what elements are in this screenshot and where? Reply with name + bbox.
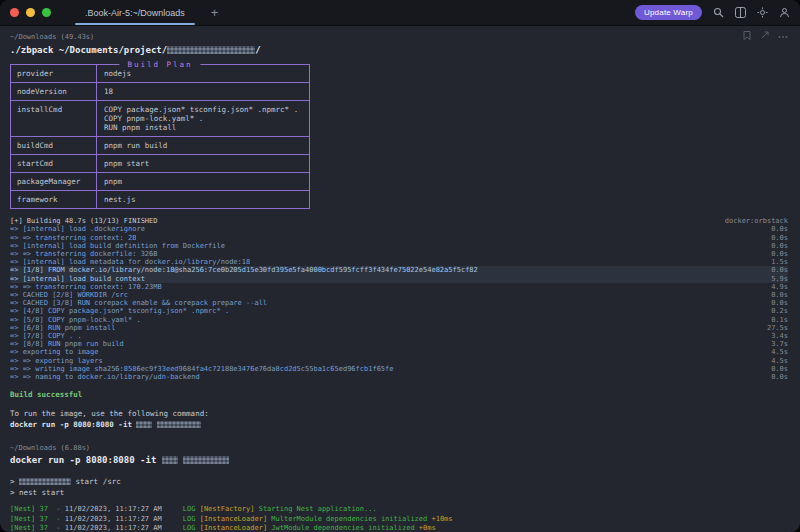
plan-value: 18 <box>97 83 309 100</box>
terminal-tab[interactable]: .Book-Air-5:~/Downloads <box>67 0 203 26</box>
block1-context-row: ~/Downloads (49.43s) <box>10 31 788 42</box>
search-icon[interactable] <box>713 7 724 18</box>
plan-value: nest.js <box>97 191 309 208</box>
docker-step: => => writing image sha256:8586ec9f33eed… <box>10 365 788 373</box>
table-row: framework nest.js <box>11 190 309 208</box>
docker-step: => [7/8] COPY . .3.4s <box>10 332 788 340</box>
docker-step: => [6/8] RUN pnpm install27.5s <box>10 324 788 332</box>
docker-step: => [internal] load .dockerignore0.0s <box>10 225 788 233</box>
plan-key: installCmd <box>11 101 97 136</box>
build-finished-text: [+] Building 48.7s (13/13) FINISHED <box>10 217 158 225</box>
block2-context: ~/Downloads (6.88s) <box>10 444 788 452</box>
docker-step: => => exporting layers4.5s <box>10 357 788 365</box>
docker-step: => [8/8] RUN pnpm run build3.7s <box>10 340 788 348</box>
plan-key: nodeVersion <box>11 83 97 100</box>
build-successful-message: Build successful <box>10 390 788 399</box>
share-icon[interactable] <box>760 31 769 42</box>
plan-key: startCmd <box>11 155 97 172</box>
nest-start-line: > nest start <box>10 488 788 497</box>
docker-step: => => naming to docker.io/library/udn-ba… <box>10 373 788 381</box>
docker-run-command-line: docker run -p 8080:8080 -it <box>10 455 788 465</box>
redacted-image-name <box>183 456 229 464</box>
plan-key: packageManager <box>11 173 97 190</box>
table-row: installCmd COPY package.json* tsconfig.j… <box>11 100 309 136</box>
bookmark-icon[interactable] <box>743 31 751 42</box>
docker-step: => [1/8] FROM docker.io/library/node:18@… <box>10 266 788 274</box>
block-action-icons <box>743 31 788 42</box>
run-image-hint: To run the image, use the following comm… <box>10 409 788 418</box>
redacted-arg <box>162 456 178 464</box>
redacted-image-name <box>157 421 201 428</box>
table-row: buildCmd pnpm run build <box>11 136 309 154</box>
split-pane-icon[interactable] <box>735 7 746 18</box>
settings-gear-icon[interactable] <box>757 7 768 18</box>
redacted-arg <box>136 421 152 428</box>
redacted-package-name <box>19 478 71 485</box>
new-tab-button[interactable]: + <box>211 6 219 19</box>
docker-step: => [internal] load metadata for docker.i… <box>10 258 788 266</box>
table-row: packageManager pnpm <box>11 172 309 190</box>
docker-step: => => transferring context: 170.23MB4.9s <box>10 283 788 291</box>
window-controls <box>10 8 51 17</box>
zbpack-command-line: ./zbpack ~/Documents/project// <box>10 45 788 55</box>
more-options-icon[interactable] <box>778 33 788 41</box>
docker-step: => [5/8] COPY pnpm-lock.yaml* .0.1s <box>10 316 788 324</box>
docker-step: => CACHED [2/8] WORKDIR /src0.0s <box>10 291 788 299</box>
command-program: ./zbpack <box>10 45 53 55</box>
tab-title: .Book-Air-5:~/Downloads <box>85 8 185 18</box>
docker-step: => => transferring context: 2B0.0s <box>10 234 788 242</box>
table-row: nodeVersion 18 <box>11 82 309 100</box>
plan-key: provider <box>11 65 97 82</box>
command-path-suffix: / <box>255 45 260 55</box>
docker-context-label: docker:orbstack <box>725 217 788 225</box>
nest-log-line: [Nest] 37 - 11/02/2023, 11:17:27 AM LOG … <box>10 524 788 532</box>
nest-log-line: [Nest] 37 - 11/02/2023, 11:17:27 AM LOG … <box>10 515 788 524</box>
terminal-content: ~/Downloads (49.43s) ./zbpack ~/Document… <box>0 26 800 532</box>
docker-step: => [4/8] COPY package.json* tsconfig.jso… <box>10 307 788 315</box>
npm-start-line: > start /src <box>10 477 788 486</box>
docker-step: => CACHED [3/8] RUN corepack enable && c… <box>10 299 788 307</box>
titlebar-actions: Update Warp <box>635 5 790 20</box>
docker-step: => exporting to image4.5s <box>10 348 788 356</box>
plan-key: buildCmd <box>11 137 97 154</box>
suggested-run-command: docker run -p 8080:8080 -it <box>10 420 788 429</box>
maximize-window-button[interactable] <box>42 8 51 17</box>
plan-value: COPY package.json* tsconfig.json* .npmrc… <box>97 101 309 136</box>
plan-value: pnpm run build <box>97 137 309 154</box>
build-plan-title: Build Plan <box>119 60 200 69</box>
plan-key: framework <box>11 191 97 208</box>
titlebar: .Book-Air-5:~/Downloads + Update Warp <box>0 0 800 26</box>
nest-log-output: [Nest] 37 - 11/02/2023, 11:17:27 AM LOG … <box>10 505 788 532</box>
plan-value: pnpm start <box>97 155 309 172</box>
update-warp-button[interactable]: Update Warp <box>635 5 702 20</box>
docker-step: => [internal] load build context5.9s <box>10 275 788 283</box>
docker-step: => [internal] load build definition from… <box>10 242 788 250</box>
minimize-window-button[interactable] <box>26 8 35 17</box>
build-plan-table: Build Plan provider nodejs nodeVersion 1… <box>10 64 310 209</box>
plan-value: pnpm <box>97 173 309 190</box>
docker-build-header: [+] Building 48.7s (13/13) FINISHED dock… <box>10 217 788 225</box>
account-icon[interactable] <box>779 7 790 18</box>
redacted-project-name <box>167 46 255 54</box>
command-path-prefix: ~/Documents/project/ <box>59 45 167 55</box>
table-row: startCmd pnpm start <box>11 154 309 172</box>
warp-terminal-window: .Book-Air-5:~/Downloads + Update Warp ~/… <box>0 0 800 532</box>
close-window-button[interactable] <box>10 8 19 17</box>
docker-step: => => transferring dockerfile: 326B0.0s <box>10 250 788 258</box>
nest-log-line: [Nest] 37 - 11/02/2023, 11:17:27 AM LOG … <box>10 505 788 514</box>
block1-context: ~/Downloads (49.43s) <box>10 33 94 41</box>
